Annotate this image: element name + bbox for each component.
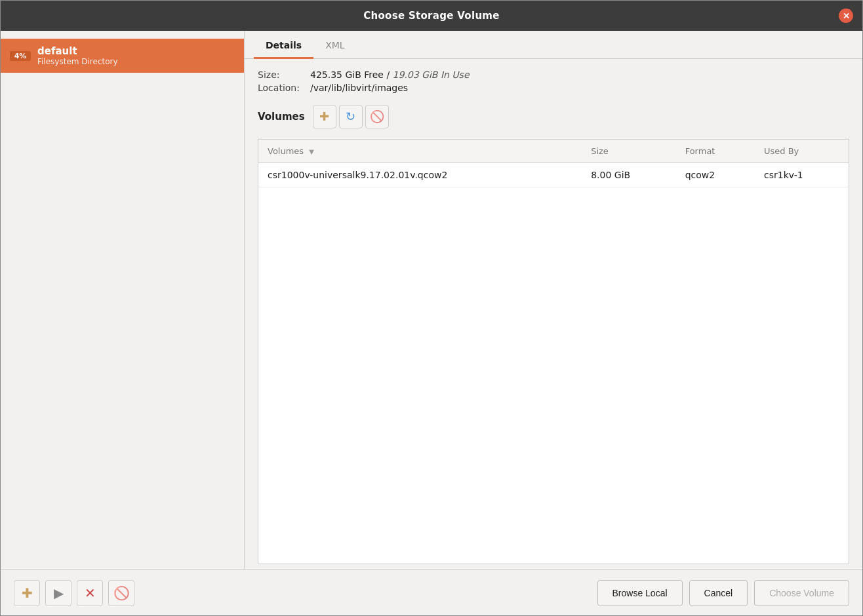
details-section: Size: 425.35 GiB Free / 19.03 GiB In Use… [245, 59, 862, 101]
bottom-right-actions: Browse Local Cancel Choose Volume [597, 580, 849, 606]
titlebar: Choose Storage Volume ✕ [1, 1, 862, 31]
refresh-button[interactable]: ↻ [339, 105, 363, 128]
location-row: Location: /var/lib/libvirt/images [258, 83, 849, 93]
size-row: Size: 425.35 GiB Free / 19.03 GiB In Use [258, 69, 849, 80]
refresh-icon: ↻ [346, 109, 355, 124]
stop-pool-button[interactable]: ✕ [77, 580, 103, 606]
main-content: 4% default Filesystem Directory Details … [1, 31, 862, 569]
bottom-left-actions: ✚ ▶ ✕ 🚫 [14, 580, 134, 606]
delete-pool-button[interactable]: 🚫 [108, 580, 134, 606]
browse-local-button[interactable]: Browse Local [597, 580, 683, 606]
choose-volume-button[interactable]: Choose Volume [754, 580, 849, 606]
stop-icon: 🚫 [370, 109, 384, 124]
play-icon: ▶ [54, 585, 64, 601]
volumes-header: Volumes ✚ ↻ 🚫 [258, 105, 849, 128]
location-value: /var/lib/libvirt/images [310, 83, 408, 93]
close-button[interactable]: ✕ [839, 9, 853, 23]
volumes-label: Volumes [258, 111, 305, 123]
table-row[interactable]: csr1000v-universalk9.17.02.01v.qcow2 8.0… [258, 163, 849, 187]
size-value: 425.35 GiB Free / 19.03 GiB In Use [310, 69, 470, 80]
table-body: csr1000v-universalk9.17.02.01v.qcow2 8.0… [258, 163, 849, 187]
tab-details[interactable]: Details [254, 31, 313, 59]
choose-storage-volume-dialog: Choose Storage Volume ✕ 4% default Files… [0, 0, 863, 616]
volume-used-by: csr1kv-1 [755, 163, 849, 187]
no-icon: 🚫 [113, 585, 130, 601]
delete-volume-button[interactable]: 🚫 [365, 105, 389, 128]
col-volumes[interactable]: Volumes ▼ [258, 140, 582, 163]
pool-name: default [37, 45, 118, 57]
add-pool-button[interactable]: ✚ [14, 580, 40, 606]
col-format: Format [676, 140, 755, 163]
sort-arrow-icon: ▼ [309, 148, 314, 155]
sidebar: 4% default Filesystem Directory [1, 31, 245, 569]
col-used-by: Used By [755, 140, 849, 163]
volume-name: csr1000v-universalk9.17.02.01v.qcow2 [258, 163, 582, 187]
volumes-table-container: Volumes ▼ Size Format Used By [258, 139, 849, 564]
sidebar-item-default[interactable]: 4% default Filesystem Directory [1, 39, 244, 73]
add-pool-icon: ✚ [22, 585, 33, 601]
cancel-button[interactable]: Cancel [689, 580, 748, 606]
tab-xml[interactable]: XML [313, 31, 356, 59]
bottom-bar: ✚ ▶ ✕ 🚫 Browse Local Cancel Choose Volum… [1, 569, 862, 615]
start-pool-button[interactable]: ▶ [45, 580, 71, 606]
tab-bar: Details XML [245, 31, 862, 59]
add-icon: ✚ [319, 109, 329, 124]
volume-format: qcow2 [676, 163, 755, 187]
add-volume-button[interactable]: ✚ [313, 105, 336, 128]
col-size: Size [582, 140, 675, 163]
volume-size: 8.00 GiB [582, 163, 675, 187]
dialog-title: Choose Storage Volume [363, 10, 500, 22]
location-label: Location: [258, 83, 310, 93]
usage-badge: 4% [10, 51, 31, 61]
table-header: Volumes ▼ Size Format Used By [258, 140, 849, 163]
volumes-table: Volumes ▼ Size Format Used By [258, 140, 849, 187]
pool-type: Filesystem Directory [37, 57, 118, 66]
volumes-section: Volumes ✚ ↻ 🚫 [245, 101, 862, 139]
right-panel: Details XML Size: 425.35 GiB Free / 19.0… [245, 31, 862, 569]
cancel-icon: ✕ [85, 585, 96, 601]
size-label: Size: [258, 69, 310, 80]
